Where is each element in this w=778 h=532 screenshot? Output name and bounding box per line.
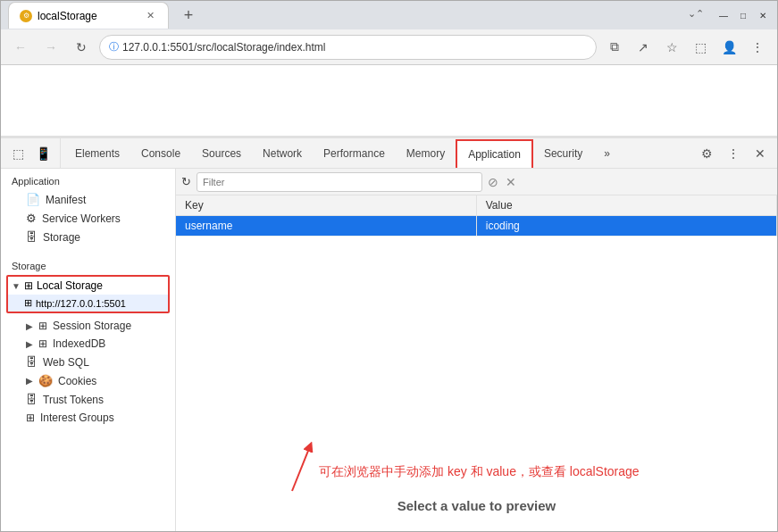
tab-console[interactable]: Console xyxy=(130,141,191,168)
cast-icon[interactable]: ⧉ xyxy=(602,35,627,60)
filter-clear-button[interactable]: ⊘ xyxy=(488,175,498,189)
tab-application[interactable]: Application xyxy=(456,139,533,168)
tab-security[interactable]: Security xyxy=(533,141,593,168)
service-workers-icon: ⚙ xyxy=(26,212,37,225)
tab-elements[interactable]: Elements xyxy=(64,141,130,168)
main-content-panel: ↻ ⊘ ✕ Key Value xyxy=(176,169,777,531)
trust-tokens-label: Trust Tokens xyxy=(43,394,104,406)
browser-tab[interactable]: ⚙ localStorage ✕ xyxy=(8,2,169,29)
profile-icon[interactable]: 👤 xyxy=(716,35,741,60)
table-row[interactable]: username icoding xyxy=(176,216,777,237)
filter-input[interactable] xyxy=(197,172,482,192)
indexeddb-arrow: ▶ xyxy=(26,339,33,349)
sidebar-manifest-label: Manifest xyxy=(46,194,86,206)
page-area xyxy=(1,65,777,137)
inspect-element-icon[interactable]: ⬚ xyxy=(6,142,29,165)
browser-content: ⬚ 📱 Elements Console Sources Network Per… xyxy=(1,65,777,531)
storage-data-table: Key Value username icoding xyxy=(176,195,777,455)
session-storage-grid-icon: ⊞ xyxy=(38,320,47,332)
menu-icon[interactable]: ⋮ xyxy=(745,35,770,60)
sidebar-item-trust-tokens[interactable]: 🗄 Trust Tokens xyxy=(1,390,175,409)
cookies-arrow: ▶ xyxy=(26,376,33,386)
url-text: 127.0.0.1:5501/src/localStorage/index.ht… xyxy=(122,41,325,54)
browser-window: ⚙ localStorage ✕ + ⌄⌃ — □ ✕ ← → ↻ ⓘ 127.… xyxy=(0,0,778,532)
sidebar-storage-label: Storage xyxy=(43,231,80,244)
tab-more[interactable]: » xyxy=(593,141,621,168)
close-button[interactable]: ✕ xyxy=(756,8,770,22)
tab-search-icon[interactable]: ⬚ xyxy=(688,35,713,60)
sidebar-item-session-storage[interactable]: ▶ ⊞ Session Storage xyxy=(1,317,175,335)
sidebar-item-storage[interactable]: 🗄 Storage xyxy=(1,228,175,246)
manifest-icon: 📄 xyxy=(26,193,40,206)
svg-line-0 xyxy=(292,446,310,491)
session-storage-arrow: ▶ xyxy=(26,321,33,331)
local-storage-arrow: ▼ xyxy=(12,281,21,291)
sidebar-item-cookies[interactable]: ▶ 🍪 Cookies xyxy=(1,371,175,390)
sidebar-item-manifest[interactable]: 📄 Manifest xyxy=(1,190,175,209)
devtools-tabs: Elements Console Sources Network Perform… xyxy=(61,139,695,168)
tab-performance[interactable]: Performance xyxy=(313,141,396,168)
sidebar-service-workers-label: Service Workers xyxy=(42,212,121,225)
value-column-header: Value xyxy=(476,195,776,216)
security-icon: ⓘ xyxy=(109,40,119,54)
bookmark-icon[interactable]: ☆ xyxy=(659,35,684,60)
session-storage-label: Session Storage xyxy=(53,320,131,332)
devtools-tab-bar: ⬚ 📱 Elements Console Sources Network Per… xyxy=(1,138,777,169)
key-column-header: Key xyxy=(176,195,476,216)
more-options-icon[interactable]: ⋮ xyxy=(722,142,745,165)
preview-text: Select a value to preview xyxy=(397,498,556,513)
maximize-button[interactable]: □ xyxy=(736,8,750,22)
new-tab-button[interactable]: + xyxy=(176,3,201,28)
reload-button[interactable]: ↻ xyxy=(69,35,94,60)
devtools-panel: ⬚ 📱 Elements Console Sources Network Per… xyxy=(1,137,777,531)
local-storage-section: ▼ ⊞ Local Storage ⊞ http://127.0.0.1:550… xyxy=(6,275,170,313)
local-storage-url-item[interactable]: ⊞ http://127.0.0.1:5501 xyxy=(8,295,168,312)
devtools-right-icons: ⚙ ⋮ ✕ xyxy=(695,142,777,165)
local-storage-label: Local Storage xyxy=(37,279,103,292)
sidebar-item-interest-groups[interactable]: ⊞ Interest Groups xyxy=(1,409,175,427)
panel-refresh-button[interactable]: ↻ xyxy=(181,175,191,188)
devtools-sidebar: Application 📄 Manifest ⚙ Service Workers… xyxy=(1,169,176,531)
tab-sources[interactable]: Sources xyxy=(191,141,252,168)
sidebar-item-websql[interactable]: 🗄 Web SQL xyxy=(1,353,175,371)
back-button[interactable]: ← xyxy=(8,35,33,60)
filter-close-button[interactable]: ✕ xyxy=(506,175,516,189)
devtools-left-icons: ⬚ 📱 xyxy=(1,138,61,169)
local-storage-header[interactable]: ▼ ⊞ Local Storage xyxy=(8,277,168,295)
sidebar-divider-1 xyxy=(1,246,175,254)
close-devtools-button[interactable]: ✕ xyxy=(749,142,772,165)
interest-groups-icon: ⊞ xyxy=(26,411,35,424)
storage-table: Key Value username icoding xyxy=(176,195,777,237)
minimize-button[interactable]: — xyxy=(716,8,731,22)
annotation-area: 可在浏览器中手动添加 key 和 value，或查看 localStorage xyxy=(176,455,777,480)
annotation-text: 可在浏览器中手动添加 key 和 value，或查看 localStorage xyxy=(319,464,640,478)
annotation-arrow xyxy=(265,428,337,500)
tab-favicon: ⚙ xyxy=(20,10,32,22)
title-bar: ⚙ localStorage ✕ + ⌄⌃ — □ ✕ xyxy=(1,1,777,29)
sidebar-item-service-workers[interactable]: ⚙ Service Workers xyxy=(1,209,175,228)
device-mode-icon[interactable]: 📱 xyxy=(31,142,54,165)
pin-icon: ⌄⌃ xyxy=(688,8,704,22)
tab-close-button[interactable]: ✕ xyxy=(143,9,157,23)
storage-section-title: Storage xyxy=(1,254,175,275)
sidebar-item-indexeddb[interactable]: ▶ ⊞ IndexedDB xyxy=(1,335,175,353)
storage-icon: 🗄 xyxy=(26,230,38,244)
websql-label: Web SQL xyxy=(43,356,89,369)
interest-groups-label: Interest Groups xyxy=(40,411,114,424)
forward-button[interactable]: → xyxy=(38,35,63,60)
devtools-body: Application 📄 Manifest ⚙ Service Workers… xyxy=(1,169,777,531)
cookies-label: Cookies xyxy=(58,375,96,387)
url-bar[interactable]: ⓘ 127.0.0.1:5501/src/localStorage/index.… xyxy=(99,35,597,60)
settings-icon[interactable]: ⚙ xyxy=(695,142,718,165)
websql-icon: 🗄 xyxy=(26,355,38,369)
application-section-title: Application xyxy=(1,169,175,190)
row-value: icoding xyxy=(476,216,776,237)
share-icon[interactable]: ↗ xyxy=(631,35,656,60)
indexeddb-icon: ⊞ xyxy=(38,337,47,350)
tab-memory[interactable]: Memory xyxy=(396,141,456,168)
local-storage-url-label: http://127.0.0.1:5501 xyxy=(36,298,126,309)
address-bar: ← → ↻ ⓘ 127.0.0.1:5501/src/localStorage/… xyxy=(1,29,777,65)
local-storage-url-grid-icon: ⊞ xyxy=(24,297,32,309)
indexeddb-label: IndexedDB xyxy=(53,337,105,350)
tab-network[interactable]: Network xyxy=(252,141,313,168)
